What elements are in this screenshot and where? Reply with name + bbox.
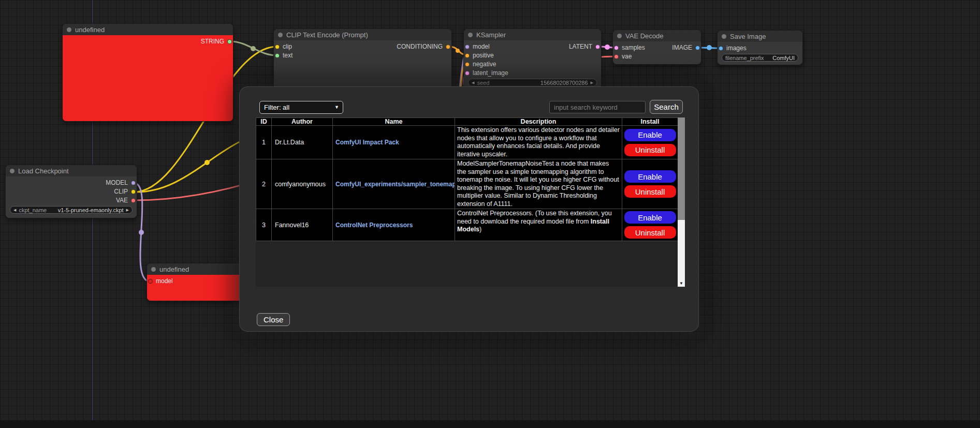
filter-dropdown[interactable]: Filter: all bbox=[259, 101, 343, 114]
col-header-name: Name bbox=[333, 118, 455, 126]
node-save-image[interactable]: Save Image images filename_prefix ComfyU… bbox=[717, 30, 803, 65]
extension-id: 3 bbox=[256, 209, 272, 241]
link-dot bbox=[204, 160, 210, 165]
output-port-clip[interactable] bbox=[131, 189, 136, 194]
extension-id: 1 bbox=[256, 126, 272, 159]
node-status-dot bbox=[617, 34, 622, 38]
extension-author: comfyanonymous bbox=[272, 159, 333, 209]
node-undefined-top[interactable]: undefined STRING bbox=[62, 23, 233, 122]
extension-row: 2 comfyanonymous ComfyUI_experiments/sam… bbox=[256, 159, 678, 209]
node-status-dot bbox=[468, 33, 473, 37]
node-status-dot bbox=[722, 34, 726, 39]
col-header-description: Description bbox=[455, 118, 622, 126]
extension-description: ModelSamplerTonemapNoiseTest a node that… bbox=[455, 159, 622, 209]
uninstall-button[interactable]: Uninstall bbox=[624, 226, 676, 239]
custom-nodes-dialog: Filter: all ▼ Search ID Author Name Desc… bbox=[239, 86, 699, 332]
extension-author: Dr.Lt.Data bbox=[272, 126, 333, 159]
link-dot bbox=[251, 46, 256, 51]
filename-prefix-widget[interactable]: filename_prefix ComfyUI bbox=[722, 54, 798, 62]
node-title: Load Checkpoint bbox=[18, 167, 69, 175]
input-port-images[interactable] bbox=[719, 46, 723, 51]
output-port-latent[interactable] bbox=[595, 45, 600, 49]
ckpt-name-widget[interactable]: ◀ ckpt_name v1-5-pruned-emaonly.ckpt ▶ bbox=[10, 206, 133, 214]
extension-row: 3 Fannovel16 ControlNet Preprocessors Co… bbox=[256, 209, 678, 241]
widget-arrow-right-icon[interactable]: ▶ bbox=[126, 206, 129, 214]
search-input[interactable] bbox=[549, 101, 646, 113]
col-header-id: ID bbox=[256, 118, 272, 126]
extensions-table: ID Author Name Description Install 1 Dr.… bbox=[256, 117, 685, 287]
input-port-samples[interactable] bbox=[614, 46, 619, 50]
input-port-vae[interactable] bbox=[614, 54, 619, 59]
extension-link[interactable]: ControlNet Preprocessors bbox=[335, 222, 413, 229]
output-port-string[interactable] bbox=[227, 39, 232, 44]
node-title: VAE Decode bbox=[625, 32, 663, 40]
widget-arrow-left-icon[interactable]: ◀ bbox=[13, 206, 16, 214]
output-port-conditioning[interactable] bbox=[446, 45, 450, 49]
col-header-author: Author bbox=[272, 118, 333, 126]
output-label: STRING bbox=[201, 38, 224, 45]
node-status-dot bbox=[67, 27, 71, 32]
node-status-dot bbox=[10, 169, 14, 173]
node-vae-decode[interactable]: VAE Decode samples IMAGE vae bbox=[612, 29, 701, 65]
link-dot bbox=[456, 49, 460, 53]
widget-arrow-right-icon[interactable]: ▶ bbox=[591, 79, 593, 86]
col-header-install: Install bbox=[622, 118, 678, 126]
scroll-down-icon[interactable]: ▼ bbox=[678, 281, 685, 287]
node-title: CLIP Text Encode (Prompt) bbox=[286, 31, 368, 39]
extension-id: 2 bbox=[256, 159, 272, 209]
extension-author: Fannovel16 bbox=[272, 209, 333, 241]
link-dot bbox=[139, 230, 144, 235]
output-port-vae[interactable] bbox=[131, 198, 136, 203]
node-status-dot bbox=[151, 267, 156, 272]
search-button[interactable]: Search bbox=[650, 100, 683, 114]
enable-button[interactable]: Enable bbox=[624, 211, 676, 224]
node-title: KSampler bbox=[476, 31, 506, 39]
enable-button[interactable]: Enable bbox=[624, 170, 676, 183]
node-status-dot bbox=[278, 33, 283, 37]
input-port-clip[interactable] bbox=[275, 45, 280, 49]
input-port-text[interactable] bbox=[275, 53, 280, 58]
node-title: undefined bbox=[75, 26, 105, 34]
node-load-checkpoint[interactable]: Load Checkpoint MODEL CLIP VAE ◀ ckpt_na… bbox=[5, 165, 137, 218]
input-port-model[interactable] bbox=[465, 45, 470, 49]
input-port-model[interactable] bbox=[148, 279, 153, 284]
node-title: undefined bbox=[159, 265, 189, 273]
widget-arrow-left-icon[interactable]: ◀ bbox=[472, 79, 474, 86]
node-title: Save Image bbox=[730, 33, 766, 40]
link-dot bbox=[605, 45, 610, 50]
input-port-latent-image[interactable] bbox=[465, 71, 470, 76]
close-button[interactable]: Close bbox=[257, 313, 290, 326]
input-port-positive[interactable] bbox=[465, 53, 470, 58]
output-port-image[interactable] bbox=[695, 46, 700, 50]
extension-link[interactable]: ComfyUI_experiments/sampler_tonemap bbox=[335, 181, 455, 188]
input-port-negative[interactable] bbox=[465, 62, 470, 67]
uninstall-button[interactable]: Uninstall bbox=[624, 185, 676, 198]
output-port-model[interactable] bbox=[131, 181, 136, 185]
extension-link[interactable]: ComfyUI Impact Pack bbox=[335, 139, 399, 146]
link-dot bbox=[707, 45, 712, 50]
extension-description: This extension offers various detector n… bbox=[455, 126, 622, 159]
filter-select[interactable]: Filter: all ▼ bbox=[259, 101, 343, 114]
table-scrollbar[interactable]: ▼ bbox=[678, 117, 685, 287]
enable-button[interactable]: Enable bbox=[624, 129, 676, 141]
extension-row: 1 Dr.Lt.Data ComfyUI Impact Pack This ex… bbox=[256, 126, 678, 159]
uninstall-button[interactable]: Uninstall bbox=[624, 144, 676, 156]
seed-widget[interactable]: ◀ seed 156680208700286 ▶ bbox=[468, 79, 597, 86]
table-header-row: ID Author Name Description Install bbox=[256, 118, 678, 126]
extension-description: ControlNet Preprocessors. (To use this e… bbox=[455, 209, 622, 241]
scrollbar-thumb[interactable] bbox=[678, 117, 685, 220]
